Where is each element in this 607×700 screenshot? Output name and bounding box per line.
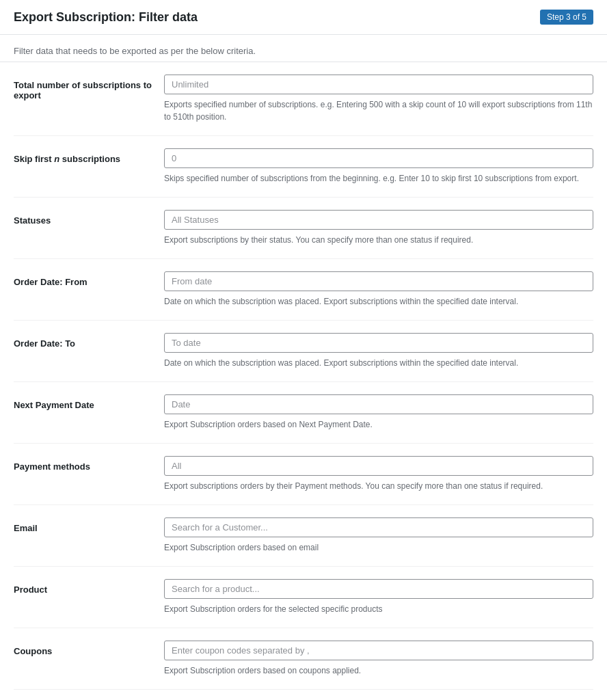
form-body: Total number of subscriptions to export …: [0, 62, 607, 700]
label-product: Product: [14, 579, 164, 595]
input-email[interactable]: [164, 517, 593, 537]
content-product: Export Subscription orders for the selec…: [164, 579, 593, 615]
label-statuses: Statuses: [14, 210, 164, 226]
form-row-email: Email Export Subscription orders based o…: [14, 505, 593, 567]
desc-email: Export Subscription orders based on emai…: [164, 541, 593, 554]
content-total-number: Exports specified number of subscription…: [164, 75, 593, 123]
form-row-skip-first: Skip first n subscriptions Skips specifi…: [14, 136, 593, 198]
label-payment-methods: Payment methods: [14, 456, 164, 472]
form-row-total-number: Total number of subscriptions to export …: [14, 62, 593, 136]
label-order-date-to: Order Date: To: [14, 333, 164, 349]
form-row-product: Product Export Subscription orders for t…: [14, 567, 593, 628]
desc-coupons: Export Subscription orders based on coup…: [164, 664, 593, 677]
content-skip-first: Skips specified number of subscriptions …: [164, 148, 593, 185]
form-row-statuses: Statuses Export subscriptions by their s…: [14, 198, 593, 259]
input-statuses[interactable]: [164, 210, 593, 230]
page-title: Export Subscription: Filter data: [14, 10, 198, 25]
form-row-sort-columns: Sort Columns Sort the exported data base…: [14, 690, 593, 700]
label-total-number: Total number of subscriptions to export: [14, 75, 164, 100]
input-product[interactable]: [164, 579, 593, 599]
desc-next-payment-date: Export Subscription orders based on Next…: [164, 418, 593, 431]
page-description: Filter data that needs to be exported as…: [0, 35, 607, 62]
desc-skip-first: Skips specified number of subscriptions …: [164, 172, 593, 185]
content-payment-methods: Export subscriptions orders by their Pay…: [164, 456, 593, 492]
page-header: Export Subscription: Filter data Step 3 …: [0, 0, 607, 35]
form-row-next-payment-date: Next Payment Date Export Subscription or…: [14, 382, 593, 444]
page-wrapper: Export Subscription: Filter data Step 3 …: [0, 0, 607, 700]
input-order-date-from[interactable]: [164, 271, 593, 291]
form-row-coupons: Coupons Export Subscription orders based…: [14, 628, 593, 690]
content-coupons: Export Subscription orders based on coup…: [164, 641, 593, 677]
desc-total-number: Exports specified number of subscription…: [164, 98, 593, 123]
label-next-payment-date: Next Payment Date: [14, 394, 164, 410]
step-badge: Step 3 of 5: [540, 10, 593, 25]
input-next-payment-date[interactable]: [164, 394, 593, 414]
form-row-order-date-to: Order Date: To Date on which the subscri…: [14, 321, 593, 382]
form-row-payment-methods: Payment methods Export subscriptions ord…: [14, 444, 593, 505]
content-next-payment-date: Export Subscription orders based on Next…: [164, 394, 593, 431]
desc-order-date-from: Date on which the subscription was place…: [164, 295, 593, 308]
label-skip-first: Skip first n subscriptions: [14, 148, 164, 164]
form-row-order-date-from: Order Date: From Date on which the subsc…: [14, 259, 593, 321]
input-total-number[interactable]: [164, 75, 593, 94]
desc-payment-methods: Export subscriptions orders by their Pay…: [164, 480, 593, 492]
label-coupons: Coupons: [14, 641, 164, 656]
label-order-date-from: Order Date: From: [14, 271, 164, 287]
desc-order-date-to: Date on which the subscription was place…: [164, 357, 593, 369]
input-skip-first[interactable]: [164, 148, 593, 168]
input-order-date-to[interactable]: [164, 333, 593, 353]
content-order-date-from: Date on which the subscription was place…: [164, 271, 593, 308]
content-order-date-to: Date on which the subscription was place…: [164, 333, 593, 369]
label-email: Email: [14, 517, 164, 533]
content-email: Export Subscription orders based on emai…: [164, 517, 593, 554]
desc-statuses: Export subscriptions by their status. Yo…: [164, 234, 593, 246]
content-statuses: Export subscriptions by their status. Yo…: [164, 210, 593, 246]
input-coupons[interactable]: [164, 641, 593, 660]
input-payment-methods[interactable]: [164, 456, 593, 476]
desc-product: Export Subscription orders for the selec…: [164, 603, 593, 615]
